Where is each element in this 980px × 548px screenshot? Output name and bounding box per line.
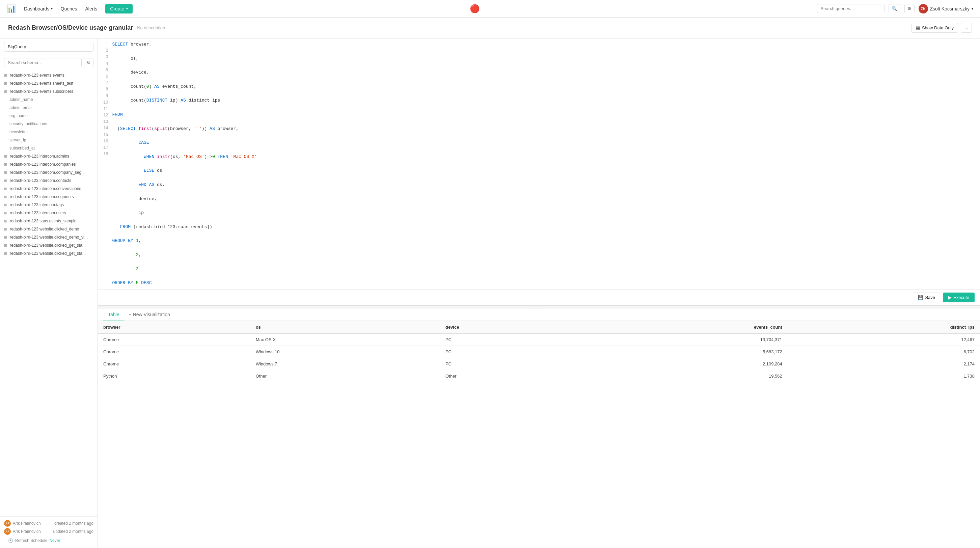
never-link[interactable]: Never [49, 538, 60, 543]
schema-item-intercom-segments[interactable]: ⊞ redash-bird-123:intercom.segments [0, 193, 97, 201]
schema-item-saas-events[interactable]: ⊞ redash-bird-123:saas.events_sample [0, 217, 97, 225]
tab-table[interactable]: Table [103, 308, 124, 321]
updater-name: Arik Fraimovich [13, 529, 41, 534]
schema-child-security[interactable]: security_notifications [0, 120, 97, 128]
col-distinct-ips[interactable]: distinct_ips [788, 321, 980, 334]
grid-icon: ▦ [916, 25, 920, 30]
cell-events_count: 19,562 [574, 370, 787, 382]
cell-events_count: 2,109,284 [574, 358, 787, 370]
schema-child-admin-email[interactable]: admin_email [0, 103, 97, 112]
table-icon: ⊞ [4, 235, 7, 240]
schema-item-website-clicked-get-sta2[interactable]: ⊞ redash-bird-123:website.clicked_get_st… [0, 249, 97, 257]
schema-child-admin-name[interactable]: admin_name [0, 95, 97, 103]
schema-item-events-subscribers[interactable]: ⊞ redash-bird-123:events.subscribers [0, 87, 97, 95]
schema-item-website-clicked-get-sta1[interactable]: ⊞ redash-bird-123:website.clicked_get_st… [0, 241, 97, 249]
nav-dashboards[interactable]: Dashboards ▾ [24, 6, 52, 11]
code-editor[interactable]: 12345 678910 1112131415 161718 SELECT br… [98, 38, 980, 290]
schema-item-events-events[interactable]: ⊞ redash-bird-123:events.events [0, 71, 97, 79]
refresh-schema-button[interactable]: ↻ [84, 58, 94, 67]
created-at: created 2 months ago [54, 521, 94, 526]
show-data-only-button[interactable]: ▦ Show Data Only [912, 23, 958, 33]
clock-icon: 🕐 [8, 538, 13, 543]
execute-button[interactable]: ▶ Execute [943, 292, 975, 302]
schema-item-intercom-admins[interactable]: ⊞ redash-bird-123:intercom.admins [0, 152, 97, 160]
schema-item-intercom-users[interactable]: ⊞ redash-bird-123:intercom.users [0, 209, 97, 217]
schema-item-website-clicked-demo-vi[interactable]: ⊞ redash-bird-123:website.clicked_demo_v… [0, 233, 97, 241]
schema-item-label: redash-bird-123:events.events [10, 73, 64, 78]
top-nav: 📊 Dashboards ▾ Queries Alerts Create ▾ 🔴… [0, 0, 980, 17]
schema-item-label: redash-bird-123:intercom.tags [10, 202, 64, 207]
schema-item-intercom-companies[interactable]: ⊞ redash-bird-123:intercom.companies [0, 160, 97, 168]
create-button[interactable]: Create ▾ [105, 4, 133, 13]
schema-child-org-name[interactable]: org_name [0, 112, 97, 120]
schema-child-subscribed-at[interactable]: subscribed_at [0, 144, 97, 152]
table-icon: ⊞ [4, 187, 7, 191]
schema-child-newsletter[interactable]: newsletter [0, 128, 97, 136]
table-icon: ⊞ [4, 195, 7, 199]
chevron-down-icon: ▾ [972, 7, 973, 11]
schema-child-server-ip[interactable]: server_ip [0, 136, 97, 144]
user-menu[interactable]: ZK Zsolt Kocsmarszky ▾ [919, 4, 973, 13]
cell-browser: Chrome [98, 334, 250, 346]
table-icon: ⊞ [4, 89, 7, 94]
table-icon: ⊞ [4, 154, 7, 159]
schema-item-label: redash-bird-123:intercom.admins [10, 154, 69, 159]
schema-search-area: ↻ [0, 56, 97, 70]
create-label: Create [110, 6, 124, 11]
results-tabs: Table + New Visualization [98, 308, 980, 321]
col-events-count[interactable]: events_count [574, 321, 787, 334]
page-title-area: Redash Browser/OS/Device usage granular … [8, 24, 165, 32]
table-icon: ⊞ [4, 203, 7, 207]
table-icon: ⊞ [4, 251, 7, 256]
avatar: ZK [919, 4, 928, 13]
page-actions: ▦ Show Data Only ··· [912, 23, 972, 33]
save-button[interactable]: 💾 Save [913, 292, 940, 302]
col-os[interactable]: os [250, 321, 440, 334]
refresh-label: Refresh Schedule [15, 538, 47, 543]
settings-icon[interactable]: ⚙ [904, 4, 915, 13]
schema-item-label: redash-bird-123:website.clicked_demo [10, 227, 79, 232]
search-input[interactable] [817, 4, 885, 13]
resize-handle[interactable]: · · · [98, 306, 980, 308]
created-row: AF Arik Fraimovich created 2 months ago [4, 520, 94, 527]
col-device[interactable]: device [440, 321, 574, 334]
page-description: No description [137, 25, 165, 30]
more-options-button[interactable]: ··· [961, 23, 972, 33]
schema-search-input[interactable] [4, 58, 82, 67]
schema-item-label: redash-bird-123:intercom.conversations [10, 186, 81, 191]
schema-item-intercom-company-seg[interactable]: ⊞ redash-bird-123:intercom.company_seg..… [0, 168, 97, 176]
schema-item-intercom-conversations[interactable]: ⊞ redash-bird-123:intercom.conversations [0, 184, 97, 193]
search-button[interactable]: 🔍 [889, 4, 900, 13]
table-icon: ⊞ [4, 178, 7, 183]
user-name: Zsolt Kocsmarszky [930, 6, 970, 11]
col-browser[interactable]: browser [98, 321, 250, 334]
creator-name: Arik Fraimovich [13, 521, 41, 526]
play-icon: ▶ [948, 295, 951, 300]
sidebar: BigQuery ↻ ⊞ redash-bird-123:events.even… [0, 38, 98, 548]
updated-row: AF Arik Fraimovich updated 2 months ago [4, 528, 94, 535]
table-row: ChromeMac OS XPC13,704,37112,467 [98, 334, 980, 346]
cell-events_count: 13,704,371 [574, 334, 787, 346]
cell-browser: Python [98, 370, 250, 382]
tab-new-visualization[interactable]: + New Visualization [124, 308, 175, 321]
table-icon: ⊞ [4, 243, 7, 248]
nav-alerts[interactable]: Alerts [85, 6, 97, 11]
nav-queries[interactable]: Queries [61, 6, 77, 11]
schema-item-label: redash-bird-123:intercom.segments [10, 194, 73, 199]
schema-item-website-clicked-demo[interactable]: ⊞ redash-bird-123:website.clicked_demo [0, 225, 97, 233]
schema-item-intercom-tags[interactable]: ⊞ redash-bird-123:intercom.tags [0, 201, 97, 209]
cell-device: PC [440, 346, 574, 358]
code-text[interactable]: SELECT browser, os, device, count(0) AS … [112, 41, 980, 287]
schema-item-label: redash-bird-123:events.sheets_test [10, 81, 73, 86]
schema-item-intercom-contacts[interactable]: ⊞ redash-bird-123:intercom.contacts [0, 176, 97, 184]
save-label: Save [925, 295, 935, 300]
table-icon: ⊞ [4, 73, 7, 78]
table-row: ChromeWindows 7PC2,109,2842,174 [98, 358, 980, 370]
schema-item-label: redash-bird-123:website.clicked_get_sta.… [10, 243, 86, 248]
cell-browser: Chrome [98, 346, 250, 358]
schema-item-events-sheets[interactable]: ⊞ redash-bird-123:events.sheets_test [0, 79, 97, 87]
dashboards-label[interactable]: Dashboards [24, 6, 49, 11]
datasource-select[interactable]: BigQuery [4, 42, 94, 52]
refresh-schedule[interactable]: 🕐 Refresh Schedule Never [4, 536, 94, 545]
cell-distinct_ips: 1,738 [788, 370, 980, 382]
